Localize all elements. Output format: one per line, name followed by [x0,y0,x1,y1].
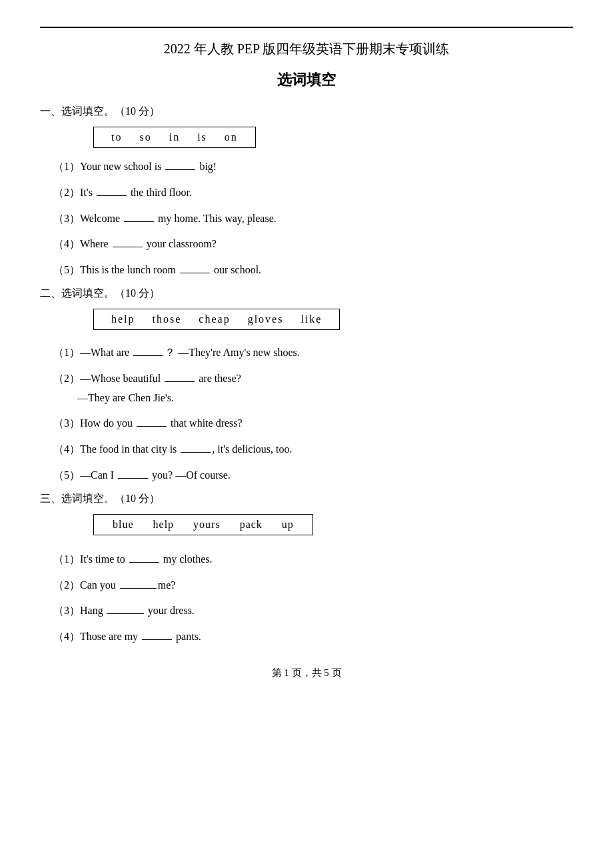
q3-2: （2）Can you me? [53,576,573,595]
part-2-title: 二、选词填空。（10 分） [40,287,573,301]
part-1-wordbox: to so in is on [93,127,256,148]
q1-5-num: （5）This is the lunch room our school. [53,264,261,275]
blank [129,562,159,563]
q2-5: （5）—Can I you? —Of course. [53,466,573,485]
top-border [40,27,573,28]
q1-4: （4）Where your classroom? [53,235,573,254]
part-1-title: 一、选词填空。（10 分） [40,105,573,119]
part-1: 一、选词填空。（10 分） to so in is on （1）Your new… [40,105,573,280]
blank [118,478,148,479]
blank [165,169,195,170]
part-3-wordbox: blue help yours pack up [93,514,313,535]
q2-4: （4）The food in that city is , it's delic… [53,440,573,459]
q3-4: （4）Those are my pants. [53,627,573,647]
word-yours: yours [193,519,221,530]
blank [137,426,167,427]
word-to: to [111,131,122,143]
blank [97,195,127,196]
main-title: 2022 年人教 PEP 版四年级英语下册期末专项训练 [40,40,573,58]
word-cheap: cheap [199,313,230,325]
blank [165,381,195,382]
blank [107,613,144,614]
word-in: in [169,131,180,143]
part-3-title: 三、选词填空。（10 分） [40,492,573,506]
page-footer: 第 1 页，共 5 页 [40,667,573,679]
part-2-wordbox: help those cheap gloves like [93,309,340,330]
q1-1: （1）Your new school is big! [53,157,573,177]
word-like: like [301,313,322,325]
word-on: on [225,131,238,143]
q1-2: （2）It's the third floor. [53,183,573,203]
blank [133,355,163,356]
q3-1: （1）It's time to my clothes. [53,550,573,569]
blank [120,588,157,589]
q1-1-num: （1）Your new school is big! [53,161,217,172]
q1-2-num: （2）It's the third floor. [53,187,192,198]
word-up: up [282,519,294,530]
q3-3: （3）Hang your dress. [53,601,573,621]
blank [142,639,172,640]
word-help: help [111,313,135,325]
q1-3: （3）Welcome my home. This way, please. [53,209,573,229]
word-help2: help [153,519,175,530]
word-pack: pack [240,519,263,530]
blank [180,273,210,273]
blank [113,247,143,247]
q1-4-num: （4）Where your classroom? [53,238,217,249]
blank [181,452,211,453]
word-those: those [153,313,182,325]
word-is: is [197,131,207,143]
q2-1: （1）—What are ？ —They're Amy's new shoes. [53,343,573,363]
q1-3-num: （3）Welcome my home. This way, please. [53,213,277,224]
q2-2: （2）—Whose beautiful are these? —They are… [53,369,573,408]
word-gloves: gloves [248,313,284,325]
q1-5: （5）This is the lunch room our school. [53,261,573,280]
word-blue: blue [113,519,134,530]
q2-3: （3）How do you that white dress? [53,414,573,433]
part-3: 三、选词填空。（10 分） blue help yours pack up （1… [40,492,573,647]
word-so: so [139,131,151,143]
section-title: 选词填空 [40,70,573,90]
part-2: 二、选词填空。（10 分） help those cheap gloves li… [40,287,573,485]
blank [124,221,154,222]
